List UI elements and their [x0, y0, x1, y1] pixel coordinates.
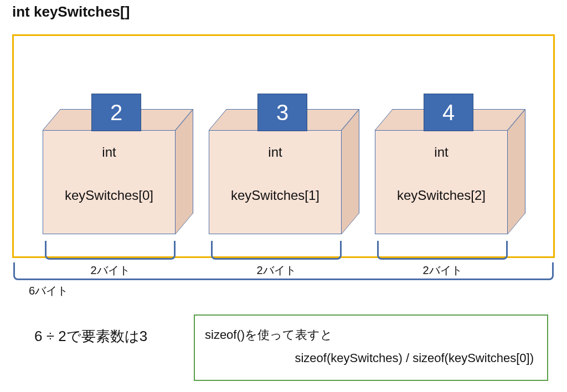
value-badge: 2: [91, 94, 141, 131]
byte-bracket-1: [211, 241, 342, 260]
cube-side-face: [342, 109, 359, 234]
cube-side-face: [508, 109, 525, 234]
element-type-label: int: [375, 145, 508, 160]
element-name-label: keySwitches[2]: [375, 188, 508, 203]
total-bytes-bracket: [13, 262, 554, 280]
sizeof-line-2: sizeof(keySwitches) / sizeof(keySwitches…: [205, 347, 537, 370]
diagram-title: int keySwitches[]: [12, 3, 130, 20]
element-name-label: keySwitches[0]: [43, 188, 176, 203]
cube-side-face: [176, 109, 193, 234]
conclusion-text: 6 ÷ 2で要素数は3: [34, 327, 147, 346]
array-element-2: 4 int keySwitches[2]: [375, 109, 525, 234]
value-badge: 3: [257, 94, 307, 131]
array-container-box: 2 int keySwitches[0] 3 int keySwitches[1…: [12, 34, 555, 258]
element-type-label: int: [209, 145, 342, 160]
sizeof-line-1: sizeof()を使って表すと: [205, 328, 333, 342]
array-element-0: 2 int keySwitches[0]: [43, 109, 193, 234]
byte-bracket-2: [377, 241, 508, 260]
sizeof-explanation-box: sizeof()を使って表すと sizeof(keySwitches) / si…: [194, 314, 548, 381]
element-name-label: keySwitches[1]: [209, 188, 342, 203]
total-bytes-label: 6バイト: [29, 283, 68, 298]
array-element-1: 3 int keySwitches[1]: [209, 109, 359, 234]
element-type-label: int: [43, 145, 176, 160]
byte-bracket-0: [45, 241, 176, 260]
value-badge: 4: [424, 94, 473, 131]
